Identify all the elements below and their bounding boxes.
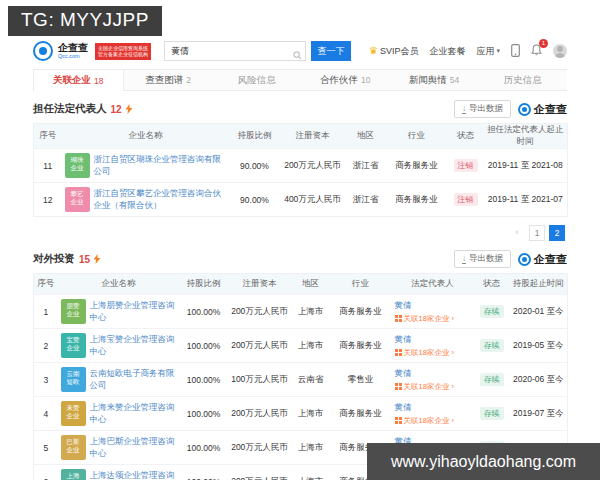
apps-menu-item[interactable]: 应用 ▾	[476, 45, 500, 58]
legal-rep-link[interactable]: 黄倩	[395, 368, 471, 380]
tab-related-companies[interactable]: 关联企业 18	[33, 70, 124, 91]
company-name-link[interactable]: 上海达颂企业管理咨询中心	[90, 470, 177, 480]
row-ratio: 100.00%	[180, 363, 228, 397]
row-no: 1	[34, 295, 58, 329]
qcc-watermark-logo: 企查查	[518, 102, 567, 117]
legal-rep-link[interactable]: 黄倩	[395, 300, 471, 312]
section-title: 担任法定代表人	[33, 102, 107, 116]
avatar[interactable]	[553, 44, 567, 58]
tab-graph[interactable]: 查查图谱 2	[124, 70, 213, 90]
tag-line1: 云南	[67, 370, 80, 377]
col-no: 序号	[34, 274, 58, 295]
row-region: 上海市	[292, 295, 330, 329]
qcc-logo-icon	[518, 253, 531, 266]
tab-partners[interactable]: 合作伙伴 10	[301, 70, 390, 90]
notifications-button[interactable]: 1	[531, 44, 542, 58]
company-name-link[interactable]: 上海巴斯企业管理咨询中心	[90, 436, 177, 459]
qcc-logo-text: 企查查	[534, 102, 567, 117]
grid-icon	[395, 417, 402, 424]
search-button[interactable]: 查一下	[311, 41, 351, 61]
slogan-line2: 官方备案企业征信机构	[98, 51, 148, 58]
related-companies-link[interactable]: 关联18家企业 ›	[395, 416, 471, 426]
company-name-link[interactable]: 上海来赞企业管理咨询中心	[90, 402, 177, 425]
col-industry: 行业	[386, 124, 448, 149]
related-companies-link[interactable]: 关联18家企业 ›	[395, 314, 471, 324]
search-bar	[164, 41, 306, 61]
tab-history[interactable]: 历史信息	[478, 70, 567, 90]
section-count: 12	[111, 104, 122, 115]
company-tag: 来赞企业	[61, 401, 86, 426]
company-tag: 朋赞企业	[61, 299, 86, 324]
col-legal-rep: 法定代表人	[392, 274, 474, 295]
search-input[interactable]	[164, 41, 306, 61]
flash-icon	[125, 100, 133, 118]
tag-line2: 企业	[67, 310, 80, 317]
tag-line1: 宝赞	[67, 336, 80, 343]
related-companies-link[interactable]: 关联18家企业 ›	[395, 382, 471, 392]
tab-count: 2	[186, 75, 191, 85]
mobile-icon[interactable]	[511, 44, 520, 59]
row-period: 2019-11 至 2021-08	[484, 149, 568, 183]
col-period: 持股起止时间	[510, 274, 568, 295]
tag-line2: 企业	[67, 412, 80, 419]
qcc-page: 企查查 Qcc.com 全国企业信用查询系统 官方备案企业征信机构 查一下 ♛ …	[33, 38, 567, 480]
row-ratio: 90.00%	[230, 149, 280, 183]
company-name-link[interactable]: 浙江自贸区瑚珠企业管理咨询有限公司	[94, 154, 227, 177]
row-period: 2019-05 至今	[510, 329, 568, 363]
legal-rep-table: 序号 企业名称 持股比例 注册资本 地区 行业 状态 担任法定代表人起止时间 1…	[33, 123, 568, 217]
related-label: 关联18家企业 ›	[404, 348, 454, 358]
pagination-page-2[interactable]: 2	[549, 225, 565, 241]
col-ratio: 持股比例	[180, 274, 228, 295]
pagination-prev-button[interactable]: ‹	[509, 225, 525, 241]
notification-count-badge: 1	[539, 39, 548, 48]
section-count: 15	[79, 254, 90, 265]
status-badge: 存续	[480, 339, 504, 352]
tab-risk-info[interactable]: 风险信息	[212, 70, 301, 90]
apps-label: 应用	[476, 45, 494, 58]
tab-news[interactable]: 新闻舆情 54	[390, 70, 479, 90]
export-data-button[interactable]: ↓ 导出数据	[454, 100, 511, 118]
company-name-link[interactable]: 浙江自贸区攀艺企业管理咨询合伙企业（有限合伙）	[94, 188, 227, 211]
company-name-link[interactable]: 上海宝赞企业管理咨询中心	[90, 334, 177, 357]
tab-label: 合作伙伴	[320, 74, 358, 87]
related-companies-link[interactable]: 关联18家企业 ›	[395, 348, 471, 358]
row-capital: 200万元人民币	[228, 397, 292, 431]
export-data-button[interactable]: ↓ 导出数据	[454, 250, 511, 268]
col-no: 序号	[34, 124, 62, 149]
company-name-link[interactable]: 上海朋赞企业管理咨询中心	[90, 300, 177, 323]
row-period: 2019-11 至 2021-07	[484, 183, 568, 217]
qcc-brand[interactable]: 企查查 Qcc.com	[58, 43, 88, 60]
legal-rep-section-header: 担任法定代表人 12 ↓ 导出数据 企查查	[33, 100, 567, 118]
row-ratio: 100.00%	[180, 329, 228, 363]
download-icon: ↓	[462, 105, 466, 114]
row-industry: 商务服务业	[330, 295, 392, 329]
pagination: ‹ 1 2	[35, 225, 565, 241]
table-row: 2 宝赞企业 上海宝赞企业管理咨询中心 100.00% 200万元人民币 上海市…	[34, 329, 568, 363]
row-capital: 100万元人民币	[228, 363, 292, 397]
tag-line1: 上海	[67, 472, 80, 479]
row-capital: 200万元人民币	[228, 329, 292, 363]
site-watermark-bar: www.yihaoyldaohang.com	[367, 443, 600, 480]
row-industry: 商务服务业	[386, 183, 448, 217]
row-industry: 零售业	[330, 363, 392, 397]
tab-count: 10	[361, 75, 370, 85]
legal-rep-link[interactable]: 黄倩	[395, 334, 471, 346]
legal-rep-link[interactable]: 黄倩	[395, 402, 471, 414]
col-region: 地区	[346, 124, 386, 149]
table-row: 12 攀艺企业 浙江自贸区攀艺企业管理咨询合伙企业（有限合伙） 90.00% 4…	[34, 183, 568, 217]
tag-line1: 瑚珠	[71, 156, 84, 163]
tab-count: 54	[450, 75, 459, 85]
company-name-link[interactable]: 云南短欧电子商务有限公司	[90, 368, 177, 391]
grid-icon	[395, 349, 402, 356]
tag-line1: 攀艺	[71, 190, 84, 197]
svip-menu-item[interactable]: ♛ SVIP会员	[369, 45, 418, 58]
pagination-page-1[interactable]: 1	[529, 225, 545, 241]
table-row: 4 来赞企业 上海来赞企业管理咨询中心 100.00% 200万元人民币 上海市…	[34, 397, 568, 431]
row-region: 云南省	[292, 363, 330, 397]
package-menu-item[interactable]: 企业套餐	[429, 45, 465, 58]
col-capital: 注册资本	[280, 124, 346, 149]
col-industry: 行业	[330, 274, 392, 295]
col-company: 企业名称	[58, 274, 180, 295]
qcc-logo-icon[interactable]	[33, 41, 53, 61]
status-badge: 注销	[454, 193, 478, 206]
